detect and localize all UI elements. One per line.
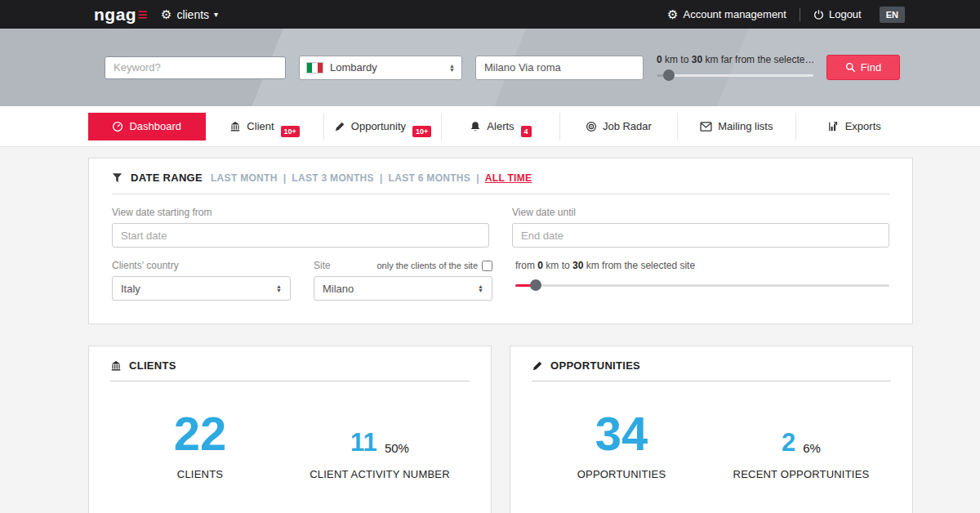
quick-link-last-3-months[interactable]: LAST 3 MONTHS xyxy=(292,172,374,184)
start-date-input[interactable] xyxy=(112,223,489,248)
tab-job-radar[interactable]: Job Radar xyxy=(560,113,678,141)
opportunities-total-stat: 34 OPPORTUNITIES xyxy=(532,404,711,480)
opportunities-total-label: OPPORTUNITIES xyxy=(532,468,711,480)
tab-dashboard[interactable]: Dashboard xyxy=(88,113,206,141)
range-pre-text: from xyxy=(515,260,537,271)
opportunities-card-header: OPPORTUNITIES xyxy=(532,359,891,381)
country-site-fields: Clients' country Italy ▲▼ Site only the … xyxy=(112,248,492,301)
clients-card-title: CLIENTS xyxy=(129,359,176,372)
target-icon xyxy=(586,121,597,132)
language-switcher[interactable]: EN xyxy=(880,7,905,23)
app-logo[interactable]: ngag≡ xyxy=(94,5,148,25)
clients-menu[interactable]: ⚙ clients ▾ xyxy=(161,8,218,21)
end-date-label: View date until xyxy=(512,207,889,218)
slider-handle[interactable] xyxy=(530,279,541,291)
tab-label: Job Radar xyxy=(603,120,652,132)
logout-label: Logout xyxy=(829,8,862,20)
building-icon xyxy=(229,121,241,132)
recent-opportunities-stat: 2 6% RECENT OPPORTUNITIES xyxy=(711,404,891,480)
tab-opportunity[interactable]: Opportunity 10+ xyxy=(324,113,442,141)
bell-icon xyxy=(470,121,481,132)
tab-exports[interactable]: Exports xyxy=(796,113,913,141)
tab-mailing-lists[interactable]: Mailing lists xyxy=(678,113,795,141)
quick-link-last-month[interactable]: LAST MONTH xyxy=(211,172,278,184)
site-only-checkbox-text: only the clients of the site xyxy=(376,261,478,270)
slider-handle[interactable] xyxy=(663,69,675,81)
opportunities-card: OPPORTUNITIES 34 OPPORTUNITIES 2 6% RECE… xyxy=(510,346,913,513)
filters-row: Clients' country Italy ▲▼ Site only the … xyxy=(112,248,889,301)
site-select[interactable]: Milano ▲▼ xyxy=(314,276,492,301)
quick-link-separator: | xyxy=(380,172,383,184)
range-slider-field: from 0 km to 30 km from the selected sit… xyxy=(515,248,889,301)
site-only-checkbox[interactable] xyxy=(482,261,492,271)
tab-badge: 4 xyxy=(521,126,532,137)
end-date-input[interactable] xyxy=(512,223,889,248)
dashboard-icon xyxy=(112,121,123,132)
client-activity-stat: 11 50% CLIENT ACTIVITY NUMBER xyxy=(290,404,470,480)
region-select[interactable]: Lombardy ▲▼ xyxy=(299,56,462,80)
find-button[interactable]: Find xyxy=(826,55,900,80)
top-bar: ngag≡ ⚙ clients ▾ ⚙ Account management L… xyxy=(0,0,980,29)
slider-track xyxy=(515,284,889,287)
topbar-right: ⚙ Account management Logout EN xyxy=(667,7,905,23)
select-arrows-icon: ▲▼ xyxy=(276,284,282,292)
tab-badge: 10+ xyxy=(412,126,431,137)
clients-stats: 22 CLIENTS 11 50% CLIENT ACTIVITY NUMBER xyxy=(110,404,470,480)
start-date-field: View date starting from xyxy=(112,194,489,248)
clients-menu-label: clients xyxy=(176,8,209,21)
main-content: DATE RANGE LAST MONTH | LAST 3 MONTHS | … xyxy=(0,147,980,513)
logo-text: ngag xyxy=(94,5,136,25)
date-range-title: DATE RANGE xyxy=(131,172,203,184)
search-icon xyxy=(845,62,856,73)
italy-flag-icon xyxy=(306,62,323,74)
date-fields-row: View date starting from View date until xyxy=(112,194,889,248)
slider-track xyxy=(657,74,813,77)
date-range-header: DATE RANGE LAST MONTH | LAST 3 MONTHS | … xyxy=(112,172,889,194)
distance-filter: 0 km to 30 km far from the selecte… xyxy=(657,54,813,81)
range-mid-text: km to xyxy=(543,260,572,271)
country-label: Clients' country xyxy=(112,260,179,271)
logout-button[interactable]: Logout xyxy=(813,8,862,20)
clients-card: CLIENTS 22 CLIENTS 11 50% CLIENT ACTIVIT… xyxy=(88,346,492,513)
quick-link-last-6-months[interactable]: LAST 6 MONTHS xyxy=(389,172,471,184)
select-arrows-icon: ▲▼ xyxy=(449,64,455,72)
tab-label: Client xyxy=(247,120,274,132)
date-range-panel: DATE RANGE LAST MONTH | LAST 3 MONTHS | … xyxy=(88,158,913,324)
distance-suffix-text: km far from the selecte… xyxy=(702,54,813,65)
tab-label: Alerts xyxy=(487,120,514,132)
chevron-down-icon: ▾ xyxy=(214,10,218,19)
distance-text: 0 km to 30 km far from the selecte… xyxy=(657,54,813,65)
country-field: Clients' country Italy ▲▼ xyxy=(112,248,291,301)
start-date-label: View date starting from xyxy=(112,207,489,218)
envelope-icon xyxy=(700,122,712,132)
address-input[interactable] xyxy=(475,56,644,80)
country-select[interactable]: Italy ▲▼ xyxy=(112,276,291,301)
gear-icon: ⚙ xyxy=(161,8,172,20)
site-field: Site only the clients of the site Milano… xyxy=(314,248,492,301)
clients-card-header: CLIENTS xyxy=(110,359,470,381)
distance-slider[interactable] xyxy=(657,69,813,81)
clients-total-value: 22 xyxy=(174,413,227,455)
quick-link-separator: | xyxy=(476,172,479,184)
stats-cards: CLIENTS 22 CLIENTS 11 50% CLIENT ACTIVIT… xyxy=(88,346,913,513)
clients-total-label: CLIENTS xyxy=(110,468,290,480)
recent-opportunities-percent: 6% xyxy=(803,441,821,455)
account-management-button[interactable]: ⚙ Account management xyxy=(667,8,786,20)
recent-opportunities-label: RECENT OPPORTUNITIES xyxy=(711,468,891,480)
gear-icon: ⚙ xyxy=(667,8,678,20)
date-range-quick-links: LAST MONTH | LAST 3 MONTHS | LAST 6 MONT… xyxy=(211,172,532,184)
tab-alerts[interactable]: Alerts 4 xyxy=(442,113,559,141)
range-slider[interactable] xyxy=(515,279,889,291)
keyword-input[interactable] xyxy=(105,56,286,79)
country-value: Italy xyxy=(121,283,140,295)
topbar-divider xyxy=(800,8,800,21)
find-button-label: Find xyxy=(861,61,881,74)
end-date-field: View date until xyxy=(512,194,889,248)
distance-to-value: 30 xyxy=(692,54,702,65)
site-only-checkbox-label[interactable]: only the clients of the site xyxy=(376,261,492,271)
search-band: Lombardy ▲▼ 0 km to 30 km far from the s… xyxy=(0,29,980,106)
quick-link-all-time[interactable]: ALL TIME xyxy=(485,172,532,184)
logo-accent-icon: ≡ xyxy=(137,5,148,25)
recent-opportunities-value: 2 xyxy=(782,430,795,455)
tab-client[interactable]: Client 10+ xyxy=(206,113,323,141)
